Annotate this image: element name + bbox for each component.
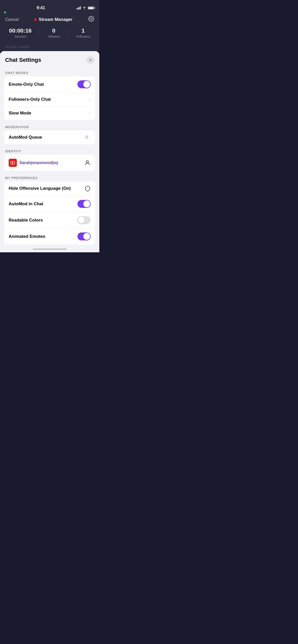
- emote-only-chat-row[interactable]: Emote-Only Chat: [4, 76, 95, 93]
- svg-point-0: [90, 18, 92, 20]
- wifi-icon: [82, 6, 86, 9]
- cancel-button[interactable]: Cancel: [5, 17, 19, 22]
- section-header-identity: IDENTITY: [0, 146, 99, 155]
- status-icons: [76, 6, 94, 9]
- status-bar: 9:41: [0, 0, 99, 13]
- identity-card: Sarahjonasmoodjoy: [4, 155, 95, 171]
- session-label: Session: [15, 35, 26, 38]
- identity-row[interactable]: Sarahjonasmoodjoy: [4, 155, 95, 171]
- followers-only-chat-row[interactable]: Followers-Only Chat ›: [4, 93, 95, 106]
- activity-strip: Activity Feeds: [0, 42, 99, 51]
- followers-only-chat-chevron: ›: [89, 97, 91, 101]
- live-indicator-dot: [34, 18, 37, 21]
- viewers-label: Viewers: [48, 35, 60, 38]
- viewers-stat: 0 Viewers: [48, 27, 60, 38]
- status-time: 9:41: [37, 5, 45, 10]
- readable-colors-label: Readable Colors: [9, 218, 43, 223]
- camera-green-dot: [4, 11, 6, 13]
- twitch-icon: [9, 159, 17, 167]
- chat-modes-card: Emote-Only Chat Followers-Only Chat › Sl…: [4, 76, 95, 120]
- followers-stat: 1 Followers: [76, 27, 90, 38]
- animated-emotes-label: Animated Emotes: [9, 234, 45, 239]
- shield-icon: [85, 185, 91, 192]
- stream-manager-header: Cancel Stream Manager 00:00:16 Session 0…: [0, 13, 99, 42]
- followers-label: Followers: [76, 35, 90, 38]
- sheet-title: Chat Settings: [5, 57, 41, 63]
- svg-point-3: [86, 160, 89, 163]
- slow-mode-chevron: ›: [89, 111, 91, 115]
- readable-colors-row[interactable]: Readable Colors: [4, 212, 95, 228]
- followers-value: 1: [82, 27, 85, 34]
- followers-only-chat-label: Followers-Only Chat: [9, 97, 51, 102]
- sheet-header: Chat Settings ×: [0, 51, 99, 68]
- animated-emotes-row[interactable]: Animated Emotes: [4, 228, 95, 244]
- svg-marker-2: [12, 162, 14, 164]
- automod-queue-row[interactable]: AutoMod Queue 0 ›: [4, 130, 95, 144]
- stream-title: Stream Manager: [34, 17, 72, 22]
- automod-queue-chevron: ›: [89, 135, 91, 139]
- close-button[interactable]: ×: [87, 56, 94, 64]
- chat-settings-sheet: Chat Settings × CHAT MODES Emote-Only Ch…: [0, 51, 99, 252]
- automod-queue-label: AutoMod Queue: [9, 135, 42, 140]
- viewers-value: 0: [52, 27, 55, 34]
- emote-only-chat-label: Emote-Only Chat: [9, 82, 44, 87]
- home-indicator: [0, 246, 99, 252]
- moderation-card: AutoMod Queue 0 ›: [4, 130, 95, 144]
- signal-icon: [76, 6, 81, 9]
- slow-mode-row[interactable]: Slow Mode ›: [4, 106, 95, 120]
- hide-offensive-language-row[interactable]: Hide Offensive Language (On): [4, 181, 95, 196]
- automod-in-chat-row[interactable]: AutoMod in Chat: [4, 196, 95, 212]
- session-value: 00:00:16: [9, 27, 32, 34]
- section-header-chat-modes: CHAT MODES: [0, 68, 99, 76]
- stream-stats: 00:00:16 Session 0 Viewers 1 Followers: [5, 27, 94, 38]
- readable-colors-toggle[interactable]: [77, 216, 91, 224]
- section-header-moderation: MODERATION: [0, 122, 99, 130]
- section-header-preferences: MY PREFERENCES: [0, 173, 99, 181]
- automod-in-chat-label: AutoMod in Chat: [9, 201, 43, 207]
- slow-mode-label: Slow Mode: [9, 111, 31, 116]
- battery-icon: [88, 6, 94, 9]
- preferences-card: Hide Offensive Language (On) AutoMod in …: [4, 181, 95, 244]
- animated-emotes-toggle[interactable]: [77, 232, 91, 240]
- username-label: Sarahjonasmoodjoy: [19, 160, 58, 165]
- hide-offensive-language-label: Hide Offensive Language (On): [9, 186, 71, 191]
- emote-only-chat-toggle[interactable]: [77, 80, 91, 88]
- automod-in-chat-toggle[interactable]: [77, 200, 91, 208]
- session-stat: 00:00:16 Session: [9, 27, 32, 38]
- automod-queue-value: 0: [86, 135, 88, 140]
- person-icon: [84, 159, 91, 166]
- settings-gear-icon[interactable]: [88, 16, 94, 23]
- home-bar: [33, 248, 67, 250]
